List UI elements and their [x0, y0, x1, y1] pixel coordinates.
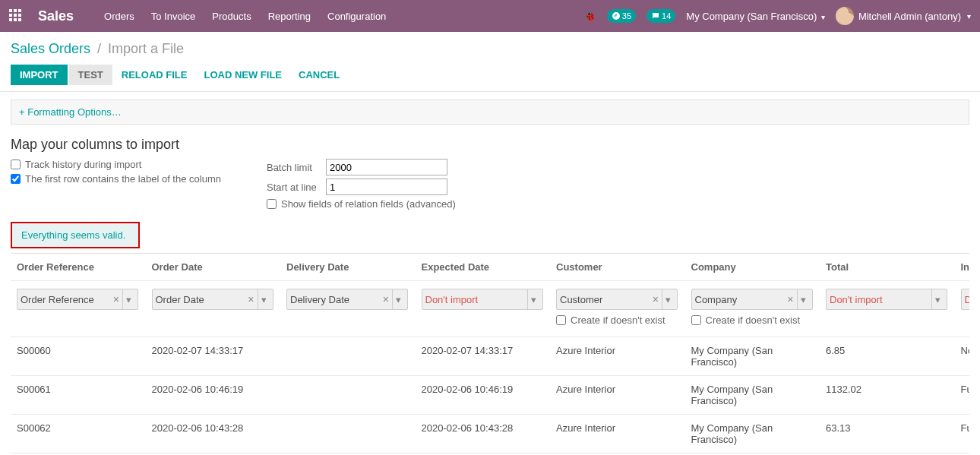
table-cell: 2020-02-06 10:46:19 — [146, 376, 281, 415]
chevron-down-icon[interactable]: ▾ — [122, 289, 134, 309]
avatar — [836, 7, 854, 25]
table-cell — [280, 337, 416, 376]
breadcrumb-current: Import a File — [108, 41, 184, 56]
chevron-down-icon[interactable]: ▾ — [797, 289, 809, 309]
menu-reporting[interactable]: Reporting — [268, 11, 311, 22]
table-cell: Fully Invoic — [955, 376, 970, 415]
import-button[interactable]: Import — [11, 65, 68, 85]
breadcrumb-root[interactable]: Sales Orders — [11, 41, 90, 56]
menu-to-invoice[interactable]: To Invoice — [151, 11, 196, 22]
field-map-select[interactable]: Company×▾ — [691, 289, 813, 310]
clear-icon[interactable]: × — [383, 293, 389, 305]
import-table-wrap: Order ReferenceOrder DateDelivery DateEx… — [11, 253, 969, 453]
activity-count: 35 — [622, 11, 631, 21]
column-header: Company — [685, 254, 820, 281]
activity-pill[interactable]: 35 — [607, 9, 636, 23]
field-map-select[interactable]: Order Date×▾ — [152, 289, 273, 310]
table-cell: Azure Interior — [550, 337, 685, 376]
field-map-value: Delivery Date — [290, 294, 380, 305]
clear-icon[interactable]: × — [787, 293, 793, 305]
field-map-select[interactable]: Don't import▾ — [422, 289, 543, 310]
table-cell: 2020-02-07 14:33:17 — [416, 337, 551, 376]
field-map-select[interactable]: Don't import▾ — [961, 289, 970, 310]
reload-file-button[interactable]: Reload file — [114, 65, 195, 85]
load-new-file-button[interactable]: Load new file — [196, 65, 289, 85]
table-cell: Azure Interior — [550, 415, 685, 453]
validation-message: Everything seems valid. — [21, 229, 125, 241]
action-buttons: Import Test Reload file Load new file Ca… — [11, 65, 969, 85]
show-fields-label: Show fields of relation fields (advanced… — [281, 198, 456, 210]
table-row: S000602020-02-07 14:33:172020-02-07 14:3… — [11, 337, 969, 376]
clear-icon[interactable]: × — [113, 293, 119, 305]
clock-icon — [612, 11, 621, 21]
table-cell: My Company (San Francisco) — [685, 376, 820, 415]
table-cell: 6.85 — [820, 337, 955, 376]
field-map-select[interactable]: Delivery Date×▾ — [286, 289, 408, 310]
apps-icon[interactable] — [9, 9, 23, 23]
table-cell: 2020-02-07 14:33:17 — [146, 337, 281, 376]
table-cell: 1132.02 — [820, 376, 955, 415]
validation-status: Everything seems valid. — [11, 222, 140, 248]
chevron-down-icon[interactable]: ▾ — [931, 289, 944, 309]
table-cell: 2020-02-06 10:43:28 — [146, 415, 281, 453]
field-map-value: Company — [695, 294, 785, 305]
table-cell: Nothing to — [955, 337, 970, 376]
field-map-cell: Don't import▾ — [820, 281, 955, 337]
field-map-select[interactable]: Don't import▾ — [826, 289, 947, 310]
menu-configuration[interactable]: Configuration — [327, 11, 386, 22]
column-header: Order Date — [146, 254, 281, 281]
formatting-options-bar: + Formatting Options… — [11, 100, 969, 125]
field-map-cell: Order Reference×▾ — [11, 281, 146, 337]
table-cell: 2020-02-06 10:46:19 — [416, 376, 551, 415]
field-map-value: Customer — [560, 294, 650, 305]
chevron-down-icon[interactable]: ▾ — [392, 289, 404, 309]
field-map-cell: Don't import▾ — [416, 281, 551, 337]
chevron-down-icon[interactable]: ▾ — [662, 289, 674, 309]
column-header: Total — [820, 254, 955, 281]
batch-limit-input[interactable] — [326, 159, 447, 175]
user-name: Mitchell Admin (antony) — [858, 11, 961, 22]
first-row-labels-checkbox[interactable] — [11, 174, 21, 184]
company-name: My Company (San Francisco) — [686, 11, 817, 22]
show-fields-checkbox[interactable] — [267, 199, 277, 209]
field-map-select[interactable]: Order Reference×▾ — [17, 289, 138, 310]
table-cell — [280, 376, 416, 415]
map-columns-title: Map your columns to import — [11, 137, 969, 153]
user-menu[interactable]: Mitchell Admin (antony) ▾ — [836, 7, 971, 25]
debug-icon[interactable]: 🐞 — [583, 10, 596, 22]
formatting-options-toggle[interactable]: + Formatting Options… — [19, 106, 122, 118]
clear-icon[interactable]: × — [653, 293, 659, 305]
messaging-pill[interactable]: 14 — [646, 9, 675, 23]
field-map-cell: Don't import▾ — [955, 281, 970, 337]
table-cell: S00060 — [11, 337, 146, 376]
table-cell: Azure Interior — [550, 376, 685, 415]
track-history-label: Track history during import — [25, 159, 141, 170]
track-history-checkbox[interactable] — [11, 160, 21, 169]
start-at-line-input[interactable] — [326, 179, 447, 195]
create-if-missing-checkbox[interactable] — [691, 315, 701, 325]
create-if-missing-checkbox[interactable] — [556, 315, 566, 325]
chevron-down-icon[interactable]: ▾ — [258, 289, 270, 309]
menu-products[interactable]: Products — [212, 11, 251, 22]
chat-icon — [651, 11, 660, 21]
field-map-value: Order Date — [156, 294, 245, 305]
company-switcher[interactable]: My Company (San Francisco) ▾ — [686, 11, 825, 22]
menu-orders[interactable]: Orders — [104, 11, 134, 22]
table-cell: Fully Invoic — [955, 415, 970, 453]
column-header: Order Reference — [11, 254, 146, 281]
field-map-select[interactable]: Customer×▾ — [556, 289, 678, 310]
table-cell: S00061 — [11, 376, 146, 415]
field-map-value: Don't import — [965, 294, 970, 305]
test-button[interactable]: Test — [69, 65, 112, 85]
cancel-button[interactable]: Cancel — [291, 65, 347, 85]
field-map-value: Order Reference — [21, 294, 110, 305]
create-if-missing-label: Create if doesn't exist — [706, 314, 801, 326]
chevron-down-icon[interactable]: ▾ — [527, 289, 539, 309]
app-brand[interactable]: Sales — [38, 8, 74, 24]
clear-icon[interactable]: × — [248, 293, 254, 305]
start-at-line-label: Start at line — [267, 182, 320, 193]
first-row-labels-label: The first row contains the label of the … — [25, 173, 221, 185]
table-cell: 63.13 — [820, 415, 955, 453]
table-row: S000622020-02-06 10:43:282020-02-06 10:4… — [11, 415, 969, 453]
table-row: S000612020-02-06 10:46:192020-02-06 10:4… — [11, 376, 969, 415]
